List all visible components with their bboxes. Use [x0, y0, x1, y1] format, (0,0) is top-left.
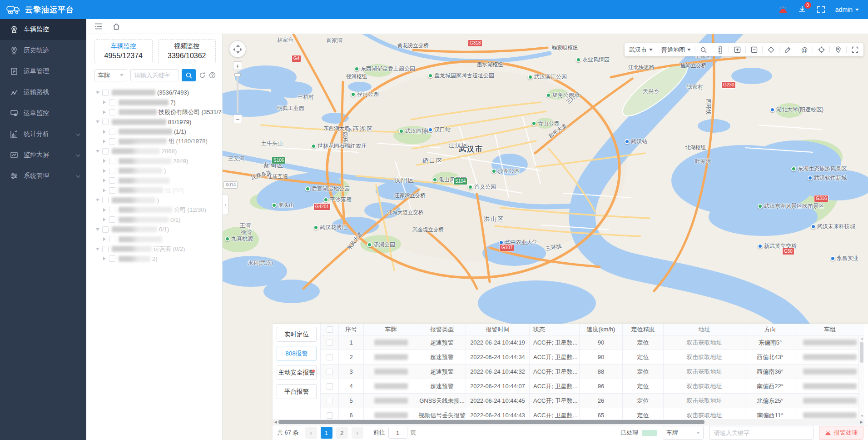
sidebar-item-statistics[interactable]: 统计分析 — [0, 124, 86, 145]
table-row[interactable]: 6 视频信号丢失报警 2022-06-24 10:44:43 ACC开; 卫星数… — [321, 408, 864, 419]
tree-checkbox[interactable] — [102, 90, 109, 96]
tree-checkbox[interactable] — [102, 119, 109, 125]
cell-address[interactable]: 双击获取地址 — [664, 394, 745, 408]
tree-node[interactable]: ) — [94, 166, 219, 176]
column-header[interactable]: 报警类型 — [418, 324, 466, 335]
tree-checkbox[interactable] — [109, 216, 115, 223]
sidebar-item-waybill-manage[interactable]: 运单管理 — [0, 61, 86, 82]
tree-expander-icon[interactable] — [101, 237, 108, 241]
tree-expander-icon[interactable] — [94, 247, 101, 251]
locate-icon[interactable] — [817, 46, 825, 54]
tree-expander-icon[interactable] — [101, 257, 108, 260]
eraser-icon[interactable] — [767, 46, 775, 54]
map-pan-control[interactable] — [229, 40, 246, 58]
row-checkbox[interactable] — [327, 383, 333, 390]
tree-node[interactable]: 组 (1180/1978) — [94, 137, 219, 147]
tab-vehicle-monitor[interactable]: 车辆监控 4955/12374 — [94, 39, 153, 63]
tree-expander-icon[interactable] — [101, 179, 108, 182]
cell-address[interactable]: 双击获取地址 — [664, 408, 745, 419]
tree-checkbox[interactable] — [109, 99, 115, 105]
cell-address[interactable]: 双击获取地址 — [664, 335, 745, 350]
map-zoom-in-button[interactable]: + — [233, 61, 242, 70]
tree-expander-icon[interactable] — [101, 100, 108, 104]
tree-checkbox[interactable] — [102, 148, 109, 155]
tree-node[interactable]: 运营商 (0/2) — [94, 244, 219, 254]
tree-node[interactable]: 组 (0/3) — [94, 185, 219, 195]
search-type-select[interactable]: 车牌 — [94, 69, 127, 81]
tab-video-monitor[interactable]: 视频监控 3396/10362 — [158, 39, 216, 63]
tree-node[interactable]: 公司 (12/30) — [94, 205, 219, 215]
map-zoom-out-button[interactable]: − — [233, 115, 242, 123]
tree-expander-icon[interactable] — [101, 159, 108, 163]
keyword-input[interactable] — [130, 69, 179, 81]
sidebar-item-monitor-screen[interactable]: 监控大屏 — [0, 145, 86, 165]
tree-node[interactable]: (1/1) — [94, 127, 219, 137]
tree-node[interactable]: 0/1) — [94, 225, 219, 235]
alarm-tab[interactable]: 主动安全报警 — [277, 365, 317, 380]
search-button[interactable] — [182, 69, 196, 81]
cell-address[interactable]: 双击获取地址 — [664, 350, 745, 364]
alarm-tab[interactable]: 平台报警 — [277, 384, 317, 399]
tree-expander-icon[interactable] — [101, 110, 108, 114]
sidebar-item-system-manage[interactable]: 系统管理 — [0, 165, 86, 186]
column-header[interactable]: 车牌 — [364, 324, 418, 335]
tree-expander-icon[interactable] — [101, 218, 108, 221]
tree-node[interactable]: 2868) — [94, 146, 219, 156]
refresh-icon[interactable] — [199, 72, 206, 79]
tree-expander-icon[interactable] — [101, 130, 108, 134]
column-header[interactable]: 序号 — [339, 324, 364, 335]
cell-address[interactable]: 双击获取地址 — [664, 379, 745, 393]
column-header[interactable]: 定位精度 — [623, 324, 664, 335]
scroll-right-icon[interactable]: ▶ — [858, 420, 864, 424]
row-checkbox[interactable] — [327, 412, 333, 419]
table-row[interactable]: 4 超速预警 2022-06-24 10:44:07 ACC开; 卫星数... … — [321, 379, 864, 394]
tree-node[interactable]: ) — [94, 195, 219, 205]
page-button-2[interactable]: 2 — [336, 427, 348, 439]
help-icon[interactable] — [209, 72, 216, 79]
tree-expander-icon[interactable] — [94, 91, 101, 95]
tree-checkbox[interactable] — [109, 129, 115, 135]
tree-node[interactable]: 2849) — [94, 156, 219, 166]
tree-checkbox[interactable] — [102, 197, 109, 203]
zoom-out-icon[interactable] — [750, 46, 758, 54]
column-header[interactable]: 状态 — [530, 324, 580, 335]
select-all-checkbox[interactable] — [327, 326, 333, 333]
city-select[interactable]: 武汉市 — [629, 46, 653, 54]
tree-checkbox[interactable] — [109, 109, 115, 115]
vertical-scroll-thumb[interactable] — [860, 342, 863, 363]
column-header[interactable]: 方向 — [745, 324, 795, 335]
horizontal-scroll-thumb[interactable] — [278, 420, 704, 424]
tree-expander-icon[interactable] — [101, 208, 108, 212]
map-type-select[interactable]: 普通地图 — [661, 46, 691, 54]
tree-checkbox[interactable] — [109, 138, 115, 145]
alarm-tab[interactable]: 808报警 — [277, 346, 317, 361]
tree-checkbox[interactable] — [109, 168, 115, 174]
pan-left-icon[interactable] — [231, 48, 235, 51]
tree-checkbox[interactable] — [102, 246, 109, 252]
tree-expander-icon[interactable] — [94, 228, 101, 231]
goto-page-input[interactable] — [388, 427, 407, 439]
cell-address[interactable]: 双击获取地址 — [664, 365, 745, 379]
alarm-keyword-input[interactable] — [709, 426, 813, 440]
alarm-process-button[interactable]: 报警处理 — [819, 426, 863, 440]
marker-pin-icon[interactable] — [834, 46, 842, 54]
row-checkbox[interactable] — [327, 369, 333, 375]
sidebar-item-vehicle-monitor[interactable]: 车辆监控 — [0, 19, 86, 40]
tree-checkbox[interactable] — [109, 158, 115, 164]
sidebar-item-waybill-monitor[interactable]: 运单监控 — [0, 103, 86, 124]
table-vertical-scrollbar[interactable]: ▲ ▼ — [858, 335, 864, 419]
table-row[interactable]: 3 超速预警 2022-06-24 10:44:32 ACC开; 卫星数... … — [321, 365, 864, 379]
map-fullscreen-icon[interactable] — [851, 46, 859, 54]
alarm-tab[interactable]: 实时定位 — [277, 327, 317, 342]
tree-expander-icon[interactable] — [94, 150, 101, 153]
column-header[interactable]: 报警时间 — [466, 324, 530, 335]
collapse-menu-icon[interactable] — [94, 23, 103, 30]
tree-node[interactable]: 技股份有限公司 (3531/7466) — [94, 107, 219, 117]
table-row[interactable]: 2 超速预警 2022-06-24 10:44:34 ACC开; 卫星数... … — [321, 350, 864, 365]
zoom-in-icon[interactable] — [733, 46, 741, 54]
tree-node[interactable]: 81/1979) — [94, 117, 219, 127]
tree-node[interactable]: 0/1) — [94, 215, 219, 225]
tree-expander-icon[interactable] — [101, 140, 108, 143]
table-horizontal-scrollbar[interactable]: ◀ ▶ — [273, 419, 864, 425]
home-icon[interactable] — [113, 23, 120, 30]
